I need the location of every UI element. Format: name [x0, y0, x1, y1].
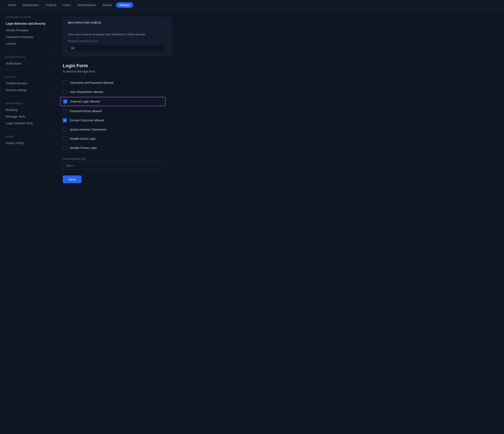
nav-item-projects[interactable]: Projects — [43, 2, 59, 8]
sidebar-section-label-login-access: LOGIN AND ACCESS — [4, 16, 50, 18]
sidebar-item-message-texts[interactable]: Message Texts — [4, 113, 50, 120]
checkbox-row-user-registration[interactable]: User Registration allowed — [63, 87, 163, 97]
multifactor-card: MULTIFACTOR CHECK ⌃ Your users have to r… — [63, 17, 171, 56]
layout: LOGIN AND ACCESSLogin Behavior and Secur… — [0, 10, 504, 434]
checkbox-label-disable-email: Disable Email Login — [70, 137, 96, 140]
checkbox-external-login[interactable]: ✓ — [63, 99, 67, 104]
checkbox-password-reset[interactable] — [63, 109, 67, 113]
checkbox-label-disable-phone: Disable Phone Login — [70, 146, 97, 150]
card-description: Your users have to revalidate their Mult… — [68, 33, 166, 36]
sidebar-section-label-other: OTHER — [4, 135, 50, 138]
checkmark-icon: ✓ — [64, 119, 66, 122]
checkbox-username-password[interactable] — [63, 81, 67, 85]
checkbox-label-external-login: External Login allowed — [70, 100, 100, 103]
sidebar-section-other: OTHERPrivacy Policy — [4, 135, 50, 146]
sidebar-section-domain: DOMAINVerified domainsDomain settings — [4, 76, 50, 96]
login-form-section: Login Form Customize the login form. Use… — [63, 63, 496, 183]
sidebar-item-notifications[interactable]: Notifications — [4, 60, 50, 67]
checkbox-disable-email[interactable] — [63, 137, 67, 141]
section-title: Login Form — [63, 63, 496, 69]
nav-item-authorizations[interactable]: Authorizations — [74, 2, 99, 8]
save-button[interactable]: Save — [63, 176, 81, 183]
checkbox-label-ignore-usernames: Ignore unknown Usernames — [70, 128, 106, 131]
sidebar-item-domain-settings[interactable]: Domain settings — [4, 87, 50, 93]
checkbox-ignore-usernames[interactable] — [63, 127, 67, 132]
sidebar-item-login-interface-texts[interactable]: Login Interface Texts — [4, 120, 50, 126]
nav-item-settings[interactable]: Settings — [116, 2, 133, 8]
sidebar-section-login-access: LOGIN AND ACCESSLogin Behavior and Secur… — [4, 16, 50, 50]
section-desc: Customize the login form. — [63, 70, 496, 73]
sidebar-item-password-complexity[interactable]: Password complexity — [4, 34, 50, 40]
checkbox-label-user-registration: User Registration allowed — [70, 90, 103, 94]
redirect-uri-input[interactable] — [63, 162, 163, 170]
checkbox-label-domain-discovery: Domain Discovery allowed — [70, 119, 104, 122]
sidebar-section-label-appearance: APPEARANCE — [4, 102, 50, 105]
sidebar-section-label-notifications: NOTIFICATIONS — [4, 56, 50, 58]
sidebar-section-appearance: APPEARANCEBrandingMessage TextsLogin Int… — [4, 102, 50, 130]
lifetime-input[interactable] — [68, 44, 166, 52]
nav-item-organization[interactable]: Organization — [19, 2, 42, 8]
sidebar-item-lockout[interactable]: Lockout — [4, 41, 50, 47]
checkbox-disable-phone[interactable] — [63, 146, 67, 150]
redirect-uri-wrap: Default Redirect URI — [63, 158, 163, 170]
nav-item-actions[interactable]: Actions — [100, 2, 115, 8]
sidebar-item-privacy-policy[interactable]: Privacy Policy — [4, 140, 50, 146]
sidebar-section-label-domain: DOMAIN — [4, 76, 50, 78]
checkbox-row-username-password[interactable]: Username and Password allowed — [63, 78, 163, 87]
sidebar-item-identity-providers[interactable]: Identity Providers — [4, 27, 50, 33]
sidebar-item-verified-domains[interactable]: Verified domains — [4, 80, 50, 87]
nav-item-home[interactable]: Home — [5, 2, 18, 8]
checkbox-user-registration[interactable] — [63, 90, 67, 94]
sidebar-item-login-behavior[interactable]: Login Behavior and Security — [4, 20, 50, 27]
card-header: MULTIFACTOR CHECK ⌃ — [63, 17, 171, 29]
sidebar-divider-1 — [4, 70, 50, 70]
main-content: MULTIFACTOR CHECK ⌃ Your users have to r… — [54, 10, 504, 434]
checkbox-row-password-reset[interactable]: Password Reset allowed — [63, 106, 163, 116]
sidebar: LOGIN AND ACCESSLogin Behavior and Secur… — [0, 10, 54, 434]
nav-item-users[interactable]: Users — [60, 2, 73, 8]
sidebar-divider-0 — [4, 50, 50, 50]
card-title: MULTIFACTOR CHECK — [68, 21, 101, 24]
checkmark-icon: ✓ — [64, 100, 66, 103]
checkbox-domain-discovery[interactable]: ✓ — [63, 118, 67, 122]
checkbox-row-disable-email[interactable]: Disable Email Login — [63, 134, 163, 143]
field-label: Maximum Lifetime in hours — [68, 40, 166, 43]
checkbox-label-username-password: Username and Password allowed — [70, 81, 113, 84]
sidebar-divider-3 — [4, 129, 50, 130]
sidebar-item-branding[interactable]: Branding — [4, 107, 50, 113]
checkbox-label-password-reset: Password Reset allowed — [70, 109, 102, 113]
checkbox-row-ignore-usernames[interactable]: Ignore unknown Usernames — [63, 125, 163, 134]
checkbox-row-external-login[interactable]: ✓External Login allowed — [60, 97, 165, 106]
redirect-uri-label: Default Redirect URI — [63, 158, 163, 160]
checkbox-row-domain-discovery[interactable]: ✓Domain Discovery allowed — [63, 116, 163, 125]
card-body: Your users have to revalidate their Mult… — [63, 29, 171, 56]
top-nav: HomeOrganizationProjectsUsersAuthorizati… — [0, 0, 504, 10]
sidebar-section-notifications: NOTIFICATIONSNotifications — [4, 56, 50, 70]
checkboxes-container: Username and Password allowedUser Regist… — [63, 78, 163, 152]
sidebar-divider-2 — [4, 96, 50, 96]
checkbox-row-disable-phone[interactable]: Disable Phone Login — [63, 143, 163, 152]
chevron-up-icon[interactable]: ⌃ — [163, 21, 166, 25]
